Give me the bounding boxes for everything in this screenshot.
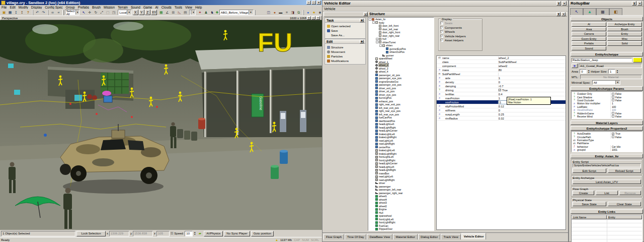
z-coordinate[interactable]: 105 — [156, 231, 170, 236]
material-layers-header[interactable]: Material Layers — [571, 120, 643, 125]
flowgraph-list-button[interactable]: List — [596, 191, 617, 195]
param-value[interactable]: 100 — [612, 105, 616, 108]
param-value[interactable]: False — [615, 112, 621, 115]
property-row[interactable]: damping -0.7 — [437, 84, 566, 88]
pin-icon[interactable]: ⊼ — [363, 13, 367, 16]
x-coordinate[interactable]: 1306.229 — [109, 231, 129, 236]
param-value[interactable]: False — [615, 136, 621, 139]
editor-tab[interactable]: Time Of Day — [345, 234, 366, 239]
viewport-scene[interactable]: FU Gasoline — [0, 20, 322, 230]
archetype-name-input[interactable] — [572, 58, 632, 62]
lock-selection-button[interactable]: Lock Selection — [76, 231, 106, 236]
object-type-button[interactable]: Archetype Entity — [607, 22, 642, 27]
archetype-color-swatch[interactable] — [633, 57, 642, 63]
property-value[interactable]: wheel2 — [499, 65, 507, 68]
viewport-config-button[interactable]: ▾ — [307, 16, 311, 20]
status-action-button[interactable]: Goto position — [251, 231, 274, 236]
property-row[interactable]: name wheel_2 — [437, 56, 566, 60]
layers-icon[interactable] — [284, 10, 290, 15]
checkbox[interactable] — [440, 30, 443, 33]
param-checkbox[interactable] — [612, 112, 614, 114]
param-checkbox[interactable] — [612, 93, 614, 95]
minimal-spec-combo[interactable]: All▼ — [592, 80, 620, 85]
property-value[interactable]: wheel_2 — [499, 56, 509, 59]
property-value[interactable]: 80 — [499, 69, 502, 72]
edit-script-button[interactable]: Edit Script — [573, 168, 606, 173]
checkbox[interactable] — [440, 22, 443, 25]
param-row[interactable]: behaviour Car Idle — [572, 145, 642, 148]
ai-nav-icon[interactable] — [209, 10, 215, 15]
object-type-button[interactable]: Area — [572, 27, 606, 32]
param-checkbox[interactable] — [612, 133, 614, 135]
param-row[interactable]: Outdoor Only False — [572, 92, 642, 95]
tree-expander-icon[interactable] — [376, 41, 378, 43]
follow-terrain-icon[interactable] — [111, 10, 117, 15]
param-row[interactable]: Motion blur multiplier 1 — [572, 102, 642, 105]
save-state-button[interactable]: Save State — [573, 202, 606, 206]
unlink-icon[interactable] — [55, 10, 61, 15]
pin-icon[interactable]: ⊼ — [556, 12, 560, 16]
editor-tab[interactable]: Track View — [441, 234, 460, 239]
task-item[interactable]: Save — [325, 28, 365, 33]
display-tab-icon[interactable] — [596, 8, 609, 15]
undo-icon[interactable] — [34, 10, 40, 15]
sphere-icon[interactable] — [305, 10, 311, 15]
menu-item-vehicle[interactable]: Vehicle — [323, 7, 337, 11]
material-icon[interactable] — [272, 10, 278, 15]
axis-constraint-button[interactable]: XY — [151, 10, 157, 15]
property-row[interactable]: lenMax 0.4 — [437, 92, 566, 96]
param-checkbox[interactable] — [612, 136, 614, 138]
tree-expander-icon[interactable] — [376, 38, 378, 40]
axis-constraint-button[interactable]: Z — [145, 10, 150, 15]
checkbox[interactable] — [440, 26, 443, 29]
entity-links-table[interactable]: Link Name Entity — [571, 215, 642, 242]
property-checkbox[interactable] — [499, 89, 501, 91]
y-coordinate[interactable]: 1536.838 — [133, 231, 153, 236]
help-icon[interactable] — [25, 10, 31, 15]
object-type-button[interactable]: Camera — [572, 32, 606, 36]
property-row[interactable]: slipFrictionMod 0.12 — [437, 104, 566, 108]
mtl-button[interactable]: No Material — [580, 75, 642, 79]
property-row[interactable]: suspLength 0.25 — [437, 112, 566, 116]
helper-size-input[interactable]: 1 — [608, 69, 615, 74]
params-rollup-header[interactable]: EntityArchetype Params — [571, 86, 643, 91]
param-value[interactable]: Car Idle — [612, 145, 621, 148]
param-value[interactable]: 1 — [612, 102, 613, 105]
viewport-label[interactable]: Perspective — [2, 17, 18, 20]
objects-rollup-header[interactable]: Objects — [571, 17, 643, 21]
property-row[interactable]: component wheel2 — [437, 64, 566, 68]
object-type-button[interactable]: Brush — [607, 27, 642, 32]
link-icon[interactable] — [49, 10, 55, 15]
param-checkbox[interactable] — [612, 96, 614, 98]
object-type-button[interactable]: Solid — [607, 41, 642, 46]
object-type-button[interactable]: Geom Entity — [572, 37, 606, 41]
property-row[interactable]: density 0 — [437, 80, 566, 84]
edit-panel-header[interactable]: Edit ⊗ — [325, 39, 366, 44]
property-value[interactable]: 0.4 — [499, 93, 503, 96]
object-type-button[interactable]: Prefabs — [572, 41, 606, 46]
pin-icon[interactable]: ⊼ — [556, 1, 561, 6]
param-row[interactable]: CircularPath False — [572, 136, 642, 139]
param-value[interactable]: False — [615, 115, 621, 118]
star-icon[interactable] — [311, 10, 317, 15]
entity-column-header[interactable]: Entity — [607, 215, 642, 219]
select-icon[interactable] — [80, 10, 87, 15]
snap-angle-icon[interactable] — [164, 10, 170, 15]
archetype-library-name[interactable]: Ai1_Costal_Road — [579, 64, 642, 68]
import-icon[interactable] — [13, 10, 19, 15]
edit-item[interactable]: Structure — [325, 45, 365, 49]
console-icon[interactable] — [278, 10, 284, 15]
terrain-tab-icon[interactable] — [583, 8, 596, 15]
display-checkbox-row[interactable]: Vehicle Helpers — [440, 34, 480, 39]
pin-icon[interactable]: ⊼ — [632, 1, 636, 6]
param-row[interactable]: groupid 1001 — [572, 148, 642, 151]
collapse-icon[interactable]: ⊗ — [360, 19, 364, 22]
snap-grid-icon[interactable] — [158, 10, 164, 15]
tree-expander-icon[interactable] — [372, 21, 375, 24]
tree-expander-icon[interactable] — [369, 18, 371, 21]
display-checkbox-row[interactable]: Asset Helpers — [440, 38, 480, 43]
param-row[interactable]: ViewDistRatio 100 — [572, 108, 642, 111]
helper-size-spinner[interactable]: ▲▼ — [616, 70, 618, 74]
layers-tab-icon[interactable] — [609, 8, 622, 15]
edit-item[interactable]: Particles — [325, 54, 365, 58]
